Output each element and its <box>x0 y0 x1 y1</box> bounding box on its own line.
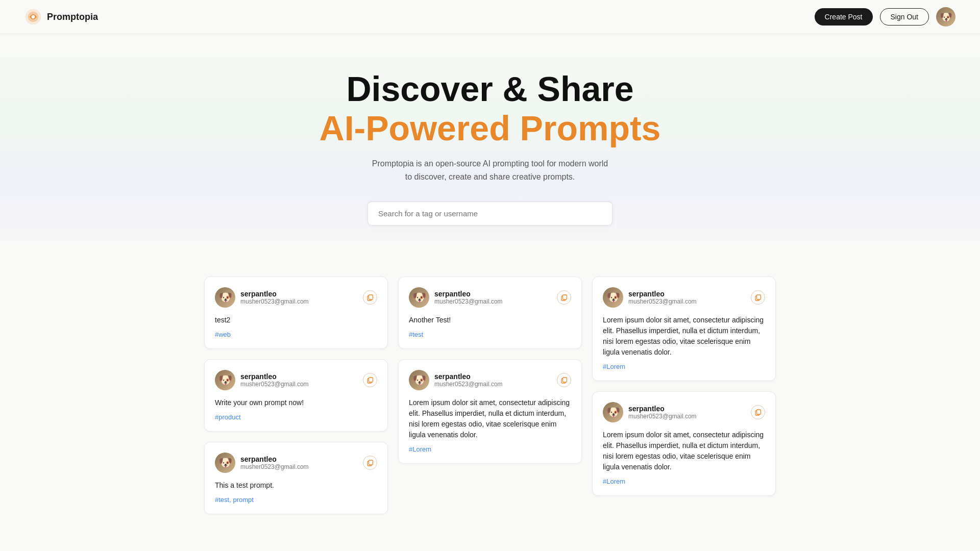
user-name: serpantleo <box>240 455 309 463</box>
user-email: musher0523@gmail.com <box>240 298 309 305</box>
card-tag[interactable]: #web <box>215 331 377 338</box>
prompt-card: 🐶 serpantleo musher0523@gmail.com test2 … <box>204 277 388 349</box>
card-header: 🐶 serpantleo musher0523@gmail.com <box>215 370 377 390</box>
card-user: 🐶 serpantleo musher0523@gmail.com <box>409 370 503 390</box>
card-user: 🐶 serpantleo musher0523@gmail.com <box>215 287 309 308</box>
hero-description: Promptopia is an open-source AI promptin… <box>368 157 612 183</box>
logo[interactable]: Promptopia <box>24 8 98 26</box>
copy-icon <box>367 460 374 466</box>
search-container <box>368 202 612 226</box>
user-name: serpantleo <box>434 372 503 381</box>
prompt-card: 🐶 serpantleo musher0523@gmail.com Write … <box>204 359 388 432</box>
card-prompt: Lorem ipsum dolor sit amet, consectetur … <box>603 315 765 358</box>
card-column: 🐶 serpantleo musher0523@gmail.com Lorem … <box>592 277 776 496</box>
copy-button[interactable] <box>557 373 571 387</box>
logo-icon <box>24 8 42 26</box>
user-email: musher0523@gmail.com <box>434 381 503 388</box>
card-prompt: Lorem ipsum dolor sit amet, consectetur … <box>603 430 765 472</box>
user-avatar-card[interactable]: 🐶 <box>603 402 623 422</box>
user-info: serpantleo musher0523@gmail.com <box>434 372 503 388</box>
copy-icon <box>367 377 374 384</box>
user-avatar-card[interactable]: 🐶 <box>409 370 429 390</box>
copy-button[interactable] <box>363 290 377 305</box>
user-avatar-card[interactable]: 🐶 <box>215 287 235 308</box>
card-header: 🐶 serpantleo musher0523@gmail.com <box>409 370 571 390</box>
card-user: 🐶 serpantleo musher0523@gmail.com <box>409 287 503 308</box>
svg-rect-4 <box>369 295 373 299</box>
card-tag[interactable]: #test <box>409 331 571 338</box>
copy-icon <box>755 409 762 416</box>
user-avatar-card[interactable]: 🐶 <box>215 370 235 390</box>
svg-rect-12 <box>562 378 567 382</box>
copy-icon <box>561 294 568 301</box>
card-column: 🐶 serpantleo musher0523@gmail.com Anothe… <box>398 277 582 464</box>
user-info: serpantleo musher0523@gmail.com <box>628 290 697 305</box>
card-prompt: This a test prompt. <box>215 480 377 491</box>
card-user: 🐶 serpantleo musher0523@gmail.com <box>603 287 697 308</box>
user-name: serpantleo <box>240 372 309 381</box>
card-header: 🐶 serpantleo musher0523@gmail.com <box>603 287 765 308</box>
copy-button[interactable] <box>557 290 571 305</box>
user-info: serpantleo musher0523@gmail.com <box>240 455 309 470</box>
user-name: serpantleo <box>628 290 697 298</box>
svg-rect-10 <box>562 295 567 299</box>
prompt-card: 🐶 serpantleo musher0523@gmail.com This a… <box>204 442 388 514</box>
card-header: 🐶 serpantleo musher0523@gmail.com <box>409 287 571 308</box>
card-header: 🐶 serpantleo musher0523@gmail.com <box>215 287 377 308</box>
copy-icon <box>561 377 568 384</box>
svg-rect-16 <box>756 410 761 414</box>
card-tag[interactable]: #Lorem <box>603 363 765 370</box>
prompt-card: 🐶 serpantleo musher0523@gmail.com Anothe… <box>398 277 582 349</box>
user-email: musher0523@gmail.com <box>240 381 309 388</box>
user-avatar-card[interactable]: 🐶 <box>603 287 623 308</box>
user-info: serpantleo musher0523@gmail.com <box>240 290 309 305</box>
card-tag[interactable]: #Lorem <box>409 445 571 453</box>
copy-icon <box>367 294 374 301</box>
create-post-button[interactable]: Create Post <box>815 8 873 26</box>
card-prompt: Write your own prompt now! <box>215 397 377 408</box>
search-input[interactable] <box>368 202 612 226</box>
card-header: 🐶 serpantleo musher0523@gmail.com <box>603 402 765 422</box>
user-name: serpantleo <box>628 405 697 413</box>
card-tag[interactable]: #Lorem <box>603 478 765 485</box>
navbar: Promptopia Create Post Sign Out 🐶 <box>0 0 980 34</box>
user-email: musher0523@gmail.com <box>628 298 697 305</box>
prompt-card: 🐶 serpantleo musher0523@gmail.com Lorem … <box>398 359 582 464</box>
copy-button[interactable] <box>751 405 765 419</box>
card-prompt: Another Test! <box>409 315 571 325</box>
user-email: musher0523@gmail.com <box>240 463 309 470</box>
svg-rect-8 <box>369 460 373 465</box>
copy-icon <box>755 294 762 301</box>
hero-title-orange: AI-Powered Prompts <box>10 108 970 148</box>
card-user: 🐶 serpantleo musher0523@gmail.com <box>215 370 309 390</box>
svg-rect-14 <box>756 295 761 299</box>
user-avatar-card[interactable]: 🐶 <box>409 287 429 308</box>
card-user: 🐶 serpantleo musher0523@gmail.com <box>215 453 309 473</box>
prompt-card: 🐶 serpantleo musher0523@gmail.com Lorem … <box>592 391 776 496</box>
user-avatar[interactable]: 🐶 <box>936 7 955 27</box>
card-prompt: test2 <box>215 315 377 325</box>
user-avatar-card[interactable]: 🐶 <box>215 453 235 473</box>
user-name: serpantleo <box>240 290 309 298</box>
hero-section: Discover & Share AI-Powered Prompts Prom… <box>0 34 980 251</box>
prompt-grid: 🐶 serpantleo musher0523@gmail.com test2 … <box>184 277 796 514</box>
copy-button[interactable] <box>363 456 377 470</box>
user-info: serpantleo musher0523@gmail.com <box>240 372 309 388</box>
svg-rect-6 <box>369 378 373 382</box>
sign-out-button[interactable]: Sign Out <box>880 8 929 26</box>
copy-button[interactable] <box>751 290 765 305</box>
user-email: musher0523@gmail.com <box>434 298 503 305</box>
card-column: 🐶 serpantleo musher0523@gmail.com test2 … <box>204 277 388 514</box>
card-prompt: Lorem ipsum dolor sit amet, consectetur … <box>409 397 571 440</box>
card-tag[interactable]: #product <box>215 413 377 421</box>
card-header: 🐶 serpantleo musher0523@gmail.com <box>215 453 377 473</box>
user-email: musher0523@gmail.com <box>628 413 697 420</box>
hero-title-black: Discover & Share <box>10 70 970 108</box>
logo-text: Promptopia <box>47 12 98 22</box>
user-name: serpantleo <box>434 290 503 298</box>
card-tag[interactable]: #test, prompt <box>215 496 377 504</box>
svg-point-2 <box>32 15 35 19</box>
prompt-card: 🐶 serpantleo musher0523@gmail.com Lorem … <box>592 277 776 381</box>
copy-button[interactable] <box>363 373 377 387</box>
card-user: 🐶 serpantleo musher0523@gmail.com <box>603 402 697 422</box>
